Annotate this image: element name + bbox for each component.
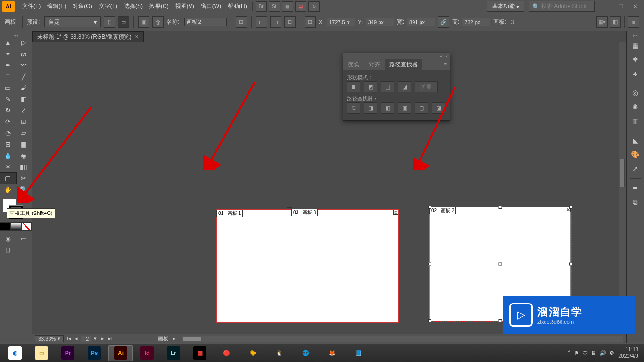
horizontal-scrollbar[interactable] xyxy=(182,336,623,342)
magic-wand-tool[interactable]: ✦ xyxy=(0,48,16,59)
width-input[interactable] xyxy=(407,18,435,26)
transparency-panel-icon[interactable]: ↗ xyxy=(628,162,643,175)
minimize-button[interactable]: — xyxy=(600,1,614,12)
panel-menu-icon[interactable]: ≡ xyxy=(441,59,450,70)
minus-back-icon[interactable]: ◪ xyxy=(432,102,445,114)
close-button[interactable]: ✕ xyxy=(628,1,642,12)
taskbar-app[interactable]: Id xyxy=(135,345,159,361)
minus-front-icon[interactable]: ◩ xyxy=(364,81,377,92)
orient-portrait-icon[interactable]: ▯ xyxy=(104,16,115,28)
taskbar-app[interactable]: 🦊 xyxy=(320,345,344,361)
taskbar-app[interactable]: ◐ xyxy=(3,345,27,361)
sync-icon[interactable]: ↻ xyxy=(308,1,320,12)
arrange-icon[interactable]: ▦ xyxy=(282,1,293,12)
blend-tool[interactable]: ◉ xyxy=(16,150,32,161)
curvature-tool[interactable]: 〰 xyxy=(16,59,32,71)
perspective-tool[interactable]: ▱ xyxy=(16,127,32,139)
tray-expand-icon[interactable]: ˄ xyxy=(568,350,570,356)
free-transform-tool[interactable]: ⊡ xyxy=(16,116,32,127)
panel-close-icon[interactable]: × xyxy=(446,54,448,58)
shaper-tool[interactable]: ✎ xyxy=(0,93,16,105)
menu-选择(S)[interactable]: 选择(S) xyxy=(121,2,146,10)
type-tool[interactable]: T xyxy=(0,71,16,82)
shape-builder-tool[interactable]: ◔ xyxy=(0,127,16,139)
hand-tool[interactable]: ✋ xyxy=(0,184,16,195)
height-input[interactable] xyxy=(462,18,490,26)
merge-icon[interactable]: ◧ xyxy=(381,102,394,114)
artboard-nav[interactable]: I◂◂ 2 ▾▸▸I xyxy=(66,336,114,342)
gradient-panel-icon[interactable]: 🎨 xyxy=(628,148,643,161)
align-icon-2[interactable]: ⫎ xyxy=(270,16,281,28)
maximize-button[interactable]: ☐ xyxy=(614,1,628,12)
menu-编辑(E)[interactable]: 编辑(E) xyxy=(44,2,69,10)
resize-handle[interactable] xyxy=(428,263,431,266)
brushes-panel-icon[interactable]: ♣ xyxy=(628,67,643,80)
menu-视图(V)[interactable]: 视图(V) xyxy=(172,2,198,10)
menu-帮助(H)[interactable]: 帮助(H) xyxy=(224,2,250,10)
line-tool[interactable]: ╱ xyxy=(16,71,32,82)
preset-dropdown[interactable]: 自定▾ xyxy=(44,16,101,27)
tray-icons[interactable]: ⚑🛡🖥🔊⚙ xyxy=(574,350,614,356)
expand-button[interactable]: 扩展 xyxy=(415,81,438,92)
document-tab[interactable]: 未标题-1* @ 33.33% (RGB/像素预览)× xyxy=(32,31,144,42)
stroke-panel-icon[interactable]: ◣ xyxy=(628,134,643,147)
gpu-icon[interactable]: ⬓ xyxy=(295,1,306,12)
orient-landscape-icon[interactable]: ▭ xyxy=(118,16,129,28)
taskbar-app[interactable]: Lr xyxy=(161,345,186,361)
x-input[interactable] xyxy=(327,18,355,26)
menu-窗口(W)[interactable]: 窗口(W) xyxy=(198,2,224,10)
clock[interactable]: 11:182020/4/9 xyxy=(618,346,638,359)
options-icon[interactable]: ⊞ xyxy=(236,16,247,28)
panel-collapse-icon[interactable]: « xyxy=(440,54,443,58)
artboards-panel-icon[interactable]: ⧉ xyxy=(628,196,643,209)
tab-transform[interactable]: 变换 xyxy=(343,59,364,70)
resize-handle[interactable] xyxy=(428,319,431,322)
color-panel-icon[interactable]: ✺ xyxy=(628,100,643,114)
intersect-icon[interactable]: ◫ xyxy=(381,81,394,92)
selection-tool[interactable]: ▲ xyxy=(0,37,16,48)
libraries-panel-icon[interactable]: ❖ xyxy=(628,53,643,66)
trim-icon[interactable]: ◨ xyxy=(364,102,377,114)
artboard-1[interactable]: 01 - 画板 1 ⊠ xyxy=(216,209,399,323)
mesh-tool[interactable]: ⊞ xyxy=(0,139,16,150)
menu-文字(T)[interactable]: 文字(T) xyxy=(96,2,121,10)
taskbar-app[interactable]: ▦ xyxy=(188,345,212,361)
align-icon-3[interactable]: ⊟ xyxy=(284,16,296,28)
lasso-tool[interactable]: ᔕ xyxy=(16,48,32,59)
taskbar-app[interactable]: 🐤 xyxy=(240,345,265,361)
resize-handle[interactable] xyxy=(499,206,502,209)
resize-handle[interactable] xyxy=(428,206,431,209)
search-stock-input[interactable]: 🔍搜索 Adobe Stock xyxy=(529,1,595,12)
gradient-tool[interactable]: ▦ xyxy=(16,139,32,150)
draw-mode-icon[interactable]: ◉ xyxy=(0,233,16,244)
zoom-tool[interactable]: 🔍 xyxy=(16,184,32,195)
resize-handle[interactable] xyxy=(569,206,572,209)
taskbar-app[interactable]: ▭ xyxy=(29,345,54,361)
scale-tool[interactable]: ⤢ xyxy=(16,105,32,116)
change-screen-icon[interactable]: ⊡ xyxy=(0,244,16,255)
outline-icon[interactable]: ▢ xyxy=(415,102,428,114)
pathfinder-panel[interactable]: «× 变换 对齐 路径查找器 ≡ 形状模式： ◼ ◩ ◫ ◪ 扩展 路径查找器：… xyxy=(343,53,450,121)
vertical-scrollbar[interactable] xyxy=(619,42,626,334)
rotate-tool[interactable]: ↻ xyxy=(0,105,16,116)
tab-pathfinder[interactable]: 路径查找器 xyxy=(385,59,422,70)
link-wh-icon[interactable]: 🔗 xyxy=(438,16,449,28)
screen-mode-icon[interactable]: ▭ xyxy=(16,233,32,244)
y-input[interactable] xyxy=(366,18,394,26)
symbol-spray-tool[interactable]: ✶ xyxy=(0,161,16,173)
close-tab-icon[interactable]: × xyxy=(135,33,139,40)
direct-select-tool[interactable]: ▷ xyxy=(16,37,32,48)
taskbar-app[interactable]: 📘 xyxy=(346,345,371,361)
menu-对象(O)[interactable]: 对象(O) xyxy=(69,2,95,10)
crop-icon[interactable]: ▣ xyxy=(398,102,411,114)
unite-icon[interactable]: ◼ xyxy=(347,81,360,92)
bridge-icon[interactable]: Br xyxy=(256,1,267,12)
artboard-tool[interactable]: ▢ xyxy=(0,173,16,184)
exclude-icon[interactable]: ◪ xyxy=(398,81,411,92)
graph-tool[interactable]: ▮▯ xyxy=(16,161,32,173)
menu-文件(F)[interactable]: 文件(F) xyxy=(19,2,44,10)
rearrange-icon[interactable]: ▦▾ xyxy=(596,16,608,28)
pen-tool[interactable]: ✒ xyxy=(0,59,16,71)
zoom-dropdown[interactable]: 33.33%▾ xyxy=(35,335,64,342)
panel-icon[interactable]: ◧ xyxy=(610,16,621,28)
